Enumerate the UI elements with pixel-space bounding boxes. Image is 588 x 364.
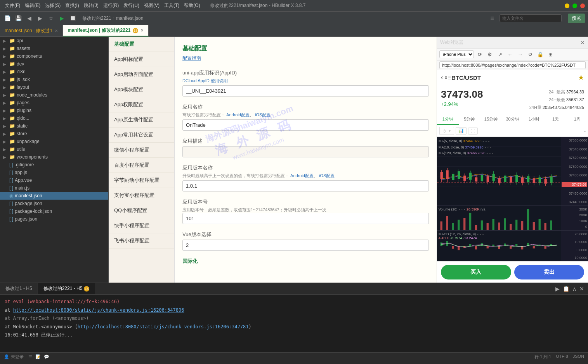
menu-file[interactable]: 文件(F)	[3, 2, 22, 10]
config-nav-qq[interactable]: QQ小程序配置	[109, 203, 174, 218]
play-icon[interactable]: ▶	[555, 286, 560, 292]
config-nav-bytedance[interactable]: 字节跳动小程序配置	[109, 173, 174, 188]
time-tab-30min[interactable]: 30分钟	[502, 114, 524, 125]
toolbar-bookmark[interactable]: ☆	[47, 14, 55, 22]
menu-find[interactable]: 查找(I)	[63, 2, 81, 10]
config-nav-basic[interactable]: 基础配置	[109, 37, 174, 52]
status-icon-1[interactable]: ☰	[28, 354, 32, 359]
appversionnum-input[interactable]	[182, 213, 429, 224]
tab-2[interactable]: manifest.json | 修改过的2221 15 ✕	[63, 25, 149, 36]
tree-item-wxcomponents[interactable]: ▶ 📁 wxcomponents	[0, 153, 108, 161]
menu-tools[interactable]: 工具(T)	[162, 2, 181, 10]
browser-nav-back[interactable]: ⟳	[475, 50, 484, 59]
time-tab-5min[interactable]: 5分钟	[459, 114, 480, 125]
win-minimize[interactable]	[565, 3, 569, 8]
console-tab-2[interactable]: 修改过的2221 - H5 15	[38, 283, 95, 294]
tree-item-static[interactable]: ▶ 📁 static	[0, 122, 108, 130]
config-nav-kuaishou[interactable]: 快手小程序配置	[109, 218, 174, 233]
browser-settings[interactable]: ⚙	[486, 50, 494, 59]
fullscreen-tool[interactable]: ⛶	[468, 128, 478, 135]
config-nav-icon[interactable]: App图标配置	[109, 52, 174, 67]
tree-item-appvue[interactable]: [ ] App.vue	[0, 176, 108, 184]
toolbar-back[interactable]: ◀	[25, 14, 33, 22]
status-icon-2[interactable]: 📝	[35, 354, 41, 359]
menu-publish[interactable]: 发行(U)	[121, 2, 141, 10]
tree-item-mainjs[interactable]: [ ] main.js	[0, 184, 108, 192]
sell-button[interactable]: 卖出	[514, 265, 585, 279]
tree-item-jssdk[interactable]: ▶ 📁 js_sdk	[0, 76, 108, 83]
ios-config-link[interactable]: iOS配置	[255, 112, 271, 117]
tree-item-gitignore[interactable]: [ ] .gitignore	[0, 161, 108, 169]
version-android-link[interactable]: Android配置	[290, 173, 314, 178]
menu-jump[interactable]: 跳转(J)	[82, 2, 101, 10]
time-tab-1w[interactable]: 1周	[566, 114, 588, 125]
breadcrumb-project[interactable]: 修改过的2221	[82, 15, 111, 22]
menu-edit[interactable]: 编辑(E)	[23, 2, 42, 10]
toolbar-forward[interactable]: ▶	[36, 14, 44, 22]
tree-item-pagesjson[interactable]: [ ] pages.json	[0, 215, 108, 223]
appversionname-input[interactable]	[182, 180, 429, 191]
candle-tool[interactable]: 🕯 ▼	[439, 127, 454, 135]
status-icon-3[interactable]: 💬	[44, 354, 49, 359]
tab-1-close[interactable]: ✕	[55, 29, 58, 33]
link-text-2[interactable]: http://localhost:8080/static/js/chunk-ve…	[78, 324, 249, 329]
config-nav-alipay[interactable]: 支付宝小程序配置	[109, 188, 174, 203]
tree-item-qido[interactable]: ▶ 📁 qido...	[0, 114, 108, 122]
tree-item-utils[interactable]: ▶ 📁 utils	[0, 145, 108, 153]
link-text-1[interactable]: http://localhost:8080/static/js/chunk-ve…	[13, 307, 184, 313]
tree-item-appjs[interactable]: [ ] app.js	[0, 169, 108, 176]
win-close[interactable]	[580, 3, 585, 8]
tree-item-manifestjson[interactable]: ◉ manifest.json	[0, 192, 108, 200]
browser-share[interactable]: ↗	[496, 50, 504, 59]
tab-2-close[interactable]: ✕	[140, 28, 144, 33]
tree-item-nodemodules[interactable]: ▶ 📁 node_modules	[0, 91, 108, 99]
menu-select[interactable]: 选择(S)	[43, 2, 62, 10]
filter-icon[interactable]: ≡	[488, 14, 496, 22]
toolbar-run[interactable]: ▶	[57, 14, 66, 22]
browser-reload[interactable]: ↺	[526, 50, 534, 59]
menu-run[interactable]: 运行(R)	[101, 2, 121, 10]
tree-item-i18n[interactable]: ▶ 📁 i18n	[0, 68, 108, 76]
time-tab-1h[interactable]: 1小时	[523, 114, 545, 125]
config-nav-splash[interactable]: App启动界面配置	[109, 67, 174, 82]
console-up-icon[interactable]: ∧	[572, 286, 576, 292]
device-select[interactable]: iPhone Plus iPhone X iPad	[439, 50, 474, 58]
star-button[interactable]: ★	[578, 73, 584, 82]
vueversion-input[interactable]	[182, 240, 429, 251]
config-guide-link[interactable]: 配置指南	[182, 55, 429, 62]
android-config-link[interactable]: Android配置	[226, 112, 250, 117]
time-tab-15min[interactable]: 15分钟	[480, 114, 502, 125]
breadcrumb-file[interactable]: manifest.json	[116, 16, 144, 21]
tree-item-layout[interactable]: ▶ 📁 layout	[0, 83, 108, 91]
appname-input[interactable]	[182, 119, 429, 131]
toolbar-new[interactable]: 📄	[3, 14, 12, 22]
tab-1[interactable]: manifest.json | 修改过1 ✕	[0, 25, 63, 36]
toolbar-icon[interactable]: 🔲	[68, 14, 77, 22]
config-nav-permission[interactable]: App权限配置	[109, 97, 174, 112]
menu-help[interactable]: 帮助(O)	[182, 2, 202, 10]
config-nav-plugin[interactable]: App原生插件配置	[109, 112, 174, 128]
time-tab-1min[interactable]: 1分钟	[437, 114, 459, 125]
browser-nav-arrow-fwd[interactable]: →	[516, 50, 524, 59]
version-ios-link[interactable]: iOS配置	[319, 173, 335, 178]
browser-close-icon[interactable]: ✕	[580, 40, 585, 46]
browser-url-bar[interactable]	[439, 61, 586, 69]
browser-fullscreen[interactable]: ⊞	[546, 50, 555, 59]
config-nav-module[interactable]: App模块配置	[109, 82, 174, 97]
browser-nav-arrow-back[interactable]: ←	[506, 50, 514, 59]
menu-view[interactable]: 视图(V)	[142, 2, 161, 10]
config-nav-other[interactable]: App常用其它设置	[109, 128, 174, 143]
tree-item-assets[interactable]: ▶ 📁 assets	[0, 45, 108, 52]
tree-item-packagejson[interactable]: [ ] package.json	[0, 200, 108, 207]
tree-item-dev[interactable]: ▶ 📁 dev	[0, 60, 108, 68]
preview-button[interactable]: 预览	[568, 14, 585, 23]
back-button[interactable]: ‹	[441, 74, 443, 81]
browser-lock[interactable]: 🔒	[536, 50, 545, 59]
appid-link[interactable]: DCloud AppID 使用说明	[182, 78, 228, 83]
tree-item-pages[interactable]: ▶ 📁 pages	[0, 99, 108, 107]
config-nav-wechat[interactable]: 微信小程序配置	[109, 143, 174, 158]
console-save-icon[interactable]: 📋	[563, 286, 569, 292]
appdesc-input[interactable]	[182, 146, 429, 157]
config-nav-feishu[interactable]: 飞书小程序配置	[109, 233, 174, 248]
tree-item-api[interactable]: ▶ 📁 api	[0, 37, 108, 45]
